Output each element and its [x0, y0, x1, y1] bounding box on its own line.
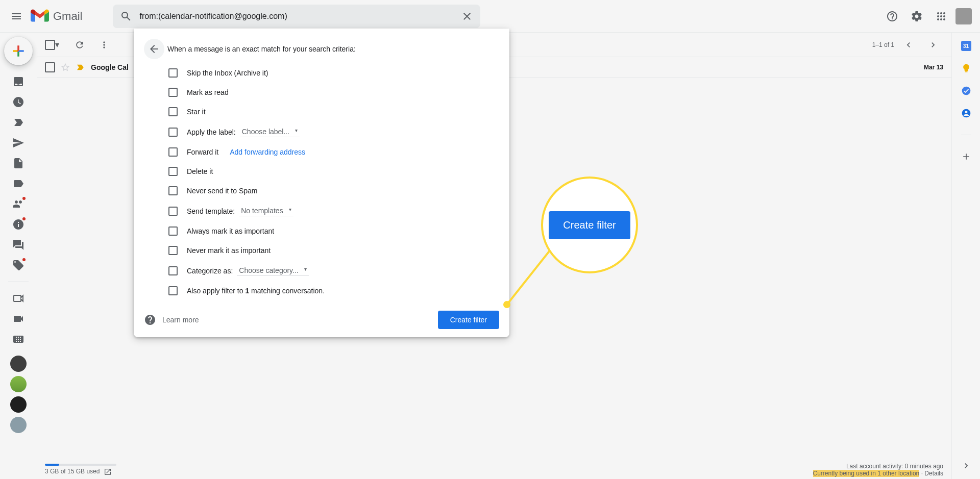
- clock-icon: [12, 96, 24, 108]
- filter-panel: When a message is an exact match for you…: [134, 29, 509, 337]
- template-text: Send template:: [187, 207, 235, 215]
- help-icon: [886, 10, 898, 22]
- add-app[interactable]: [961, 152, 971, 162]
- category-dropdown[interactable]: Choose category...: [237, 265, 308, 276]
- nav-snoozed[interactable]: [10, 94, 27, 110]
- hamburger-icon: [10, 10, 22, 22]
- close-icon: [461, 10, 473, 22]
- skip-inbox-label: Skip the Inbox (Archive it): [187, 69, 268, 77]
- nav-categories[interactable]: [10, 175, 27, 192]
- nav-promotions[interactable]: [10, 257, 27, 273]
- compose-plus-icon: [10, 43, 27, 59]
- search-input[interactable]: [136, 12, 457, 21]
- nav-social[interactable]: [10, 196, 27, 212]
- activity-text: Last account activity: 0 minutes ago: [813, 463, 944, 470]
- select-all-checkbox[interactable]: [45, 40, 55, 50]
- star-checkbox[interactable]: [168, 107, 178, 116]
- keep-app[interactable]: [961, 63, 971, 73]
- label-dropdown[interactable]: Choose label...: [240, 127, 300, 137]
- delete-label: Delete it: [187, 167, 213, 175]
- create-filter-button[interactable]: Create filter: [438, 311, 499, 329]
- add-forwarding-link[interactable]: Add forwarding address: [230, 148, 305, 156]
- chevron-left-icon: [903, 40, 914, 50]
- videocam-solid-icon: [12, 313, 24, 325]
- hangout-avatar-3[interactable]: [10, 396, 27, 413]
- filter-title: When a message is an exact match for you…: [167, 45, 356, 53]
- info-icon: [12, 218, 24, 231]
- nav-inbox[interactable]: [10, 73, 27, 90]
- zoom-callout: Create filter: [541, 177, 638, 273]
- support-button[interactable]: [882, 6, 902, 27]
- header-actions: [882, 6, 976, 27]
- never-spam-checkbox[interactable]: [168, 186, 178, 195]
- important-filled-icon: [76, 63, 85, 72]
- template-checkbox[interactable]: [168, 207, 178, 216]
- help-circle-icon: [144, 314, 156, 326]
- next-page-button[interactable]: [923, 35, 943, 55]
- hangout-avatar-4[interactable]: [10, 417, 27, 433]
- videocam-icon: [12, 292, 24, 305]
- refresh-button[interactable]: [69, 35, 90, 55]
- chevron-right-icon: [961, 461, 971, 471]
- star-label: Star it: [187, 108, 206, 116]
- hangout-avatar-1[interactable]: [10, 356, 27, 372]
- header: Gmail: [0, 0, 980, 33]
- nav-forums[interactable]: [10, 237, 27, 253]
- right-panel: 31: [951, 33, 980, 479]
- apply-label-checkbox[interactable]: [168, 128, 178, 137]
- email-checkbox[interactable]: [45, 62, 55, 72]
- account-avatar[interactable]: [955, 8, 972, 24]
- nav-meet-join[interactable]: [10, 311, 27, 327]
- back-button[interactable]: [144, 39, 164, 59]
- collapse-panel[interactable]: [961, 461, 971, 471]
- open-link-icon[interactable]: [104, 468, 112, 476]
- hangout-avatar-2[interactable]: [10, 376, 27, 392]
- nav-sent[interactable]: [10, 135, 27, 151]
- nav-meet[interactable]: [10, 290, 27, 307]
- learn-more-link[interactable]: Learn more: [162, 316, 199, 324]
- tasks-app[interactable]: [961, 86, 971, 96]
- logo-text: Gmail: [53, 10, 82, 23]
- more-vert-icon: [99, 40, 109, 50]
- clear-search-button[interactable]: [457, 6, 477, 27]
- apps-button[interactable]: [931, 6, 951, 27]
- categorize-text: Categorize as:: [187, 267, 233, 275]
- nav-drafts[interactable]: [10, 155, 27, 171]
- zoom-create-filter-button: Create filter: [549, 211, 630, 239]
- sent-icon: [12, 137, 24, 149]
- contacts-app[interactable]: [961, 108, 971, 118]
- nav-keyboard[interactable]: [10, 331, 27, 347]
- always-important-checkbox[interactable]: [168, 226, 178, 236]
- delete-checkbox[interactable]: [168, 167, 178, 176]
- inbox-icon: [12, 75, 24, 88]
- search-bar: [113, 5, 480, 28]
- prev-page-button[interactable]: [898, 35, 919, 55]
- people-icon: [12, 198, 24, 210]
- template-dropdown[interactable]: No templates: [239, 206, 293, 216]
- calendar-app[interactable]: 31: [961, 41, 971, 51]
- pagination: 1–1 of 1: [872, 35, 943, 55]
- compose-button[interactable]: [4, 37, 33, 65]
- tasks-icon: [961, 86, 971, 96]
- gmail-logo[interactable]: Gmail: [31, 9, 82, 23]
- skip-inbox-checkbox[interactable]: [168, 68, 178, 78]
- settings-button[interactable]: [906, 6, 927, 27]
- nav-important[interactable]: [10, 114, 27, 131]
- nav-updates[interactable]: [10, 216, 27, 233]
- categorize-checkbox[interactable]: [168, 266, 178, 275]
- more-button[interactable]: [94, 35, 114, 55]
- details-link[interactable]: Details: [924, 470, 943, 477]
- select-dropdown[interactable]: ▾: [55, 40, 65, 49]
- search-icon: [120, 10, 132, 22]
- mark-read-checkbox[interactable]: [168, 88, 178, 97]
- also-apply-checkbox[interactable]: [168, 286, 178, 295]
- never-important-checkbox[interactable]: [168, 246, 178, 255]
- search-button[interactable]: [116, 6, 136, 27]
- main-menu-button[interactable]: [4, 4, 29, 29]
- important-marker[interactable]: [76, 63, 91, 72]
- star-button[interactable]: [55, 62, 76, 72]
- help-icon-button[interactable]: [144, 314, 156, 326]
- plus-icon: [961, 152, 971, 162]
- svg-point-0: [962, 87, 970, 95]
- forward-checkbox[interactable]: [168, 147, 178, 157]
